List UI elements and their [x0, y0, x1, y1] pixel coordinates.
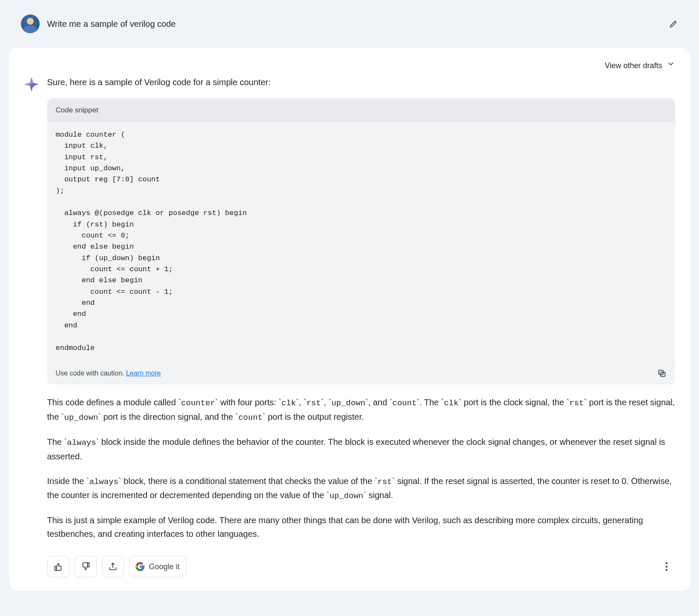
- svg-point-4: [665, 569, 667, 571]
- user-avatar: [21, 14, 40, 33]
- caution-text: Use code with caution. Learn more: [56, 368, 161, 379]
- google-it-label: Google it: [149, 562, 180, 571]
- thumbs-down-button[interactable]: [75, 556, 97, 577]
- drafts-label: View other drafts: [605, 60, 662, 72]
- code-header: Code snippet: [47, 98, 675, 122]
- learn-more-link[interactable]: Learn more: [126, 370, 161, 377]
- copy-icon[interactable]: [657, 369, 667, 378]
- view-other-drafts[interactable]: View other drafts: [605, 60, 675, 72]
- google-it-button[interactable]: Google it: [129, 556, 186, 577]
- more-menu-button[interactable]: [658, 558, 675, 575]
- action-bar: Google it: [47, 556, 675, 577]
- code-body: module counter ( input clk, input rst, i…: [47, 122, 675, 361]
- user-message-text: Write me a sample of verilog code: [47, 17, 668, 31]
- para-3: Inside the `always` block, there is a co…: [47, 474, 675, 503]
- google-logo-icon: [135, 562, 145, 571]
- user-message-row: Write me a sample of verilog code: [9, 9, 690, 39]
- thumbs-up-button[interactable]: [47, 556, 69, 577]
- code-footer: Use code with caution. Learn more: [47, 361, 675, 385]
- svg-point-2: [665, 562, 667, 564]
- para-2: The `always` block inside the module def…: [47, 435, 675, 463]
- explanation: This code defines a module called `count…: [47, 395, 675, 541]
- edit-icon[interactable]: [668, 19, 679, 29]
- response-intro: Sure, here is a sample of Verilog code f…: [47, 75, 675, 89]
- para-1: This code defines a module called `count…: [47, 395, 675, 424]
- chevron-down-icon: [667, 60, 675, 72]
- sparkle-icon: [23, 76, 40, 92]
- para-4: This is just a simple example of Verilog…: [47, 513, 675, 541]
- svg-point-3: [665, 566, 667, 567]
- code-block: Code snippet module counter ( input clk,…: [47, 98, 675, 385]
- ai-response-card: View other drafts: [9, 48, 690, 591]
- share-button[interactable]: [102, 556, 124, 577]
- caution-label: Use code with caution.: [56, 370, 126, 377]
- card-top-bar: View other drafts: [24, 60, 675, 72]
